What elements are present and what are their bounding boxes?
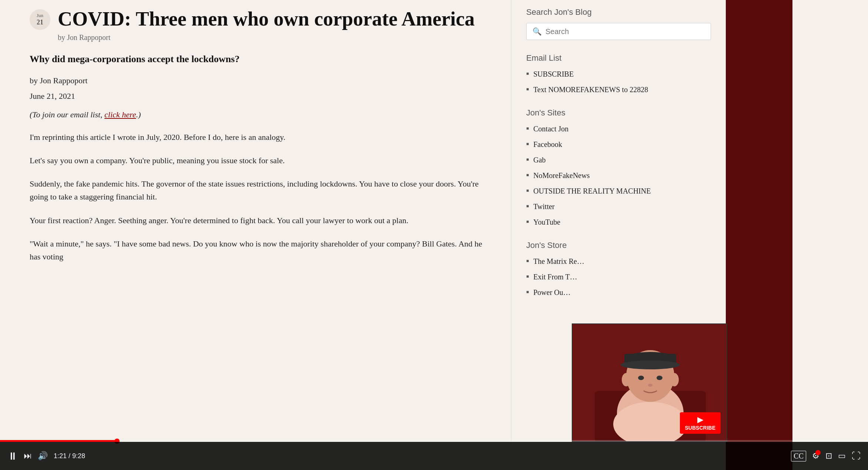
- exit-from-link[interactable]: Exit From T…: [533, 272, 577, 282]
- list-item: Gab: [526, 155, 711, 165]
- svg-point-9: [657, 376, 662, 380]
- email-list: SUBSCRIBE Text NOMOREFAKENEWS to 22828: [526, 69, 711, 95]
- list-item: YouTube: [526, 217, 711, 227]
- email-invite-post: .): [136, 110, 141, 119]
- dark-side-panel: [726, 0, 792, 470]
- jons-store-list: The Matrix Re… Exit From T… Power Ou…: [526, 256, 711, 298]
- miniplayer-button[interactable]: ⊡: [825, 451, 832, 461]
- webcam-overlay: ▶ SUBSCRIBE: [572, 323, 727, 442]
- email-list-link[interactable]: click here: [104, 110, 136, 119]
- total-time: 9:28: [72, 452, 85, 460]
- body-para-5: "Wait a minute," he says. "I have some b…: [30, 237, 489, 263]
- list-item: OUTSIDE THE REALITY MACHINE: [526, 186, 711, 196]
- date-badge: Jun 21: [30, 9, 50, 30]
- youtube-link[interactable]: YouTube: [533, 217, 560, 227]
- text-to-number: Text NOMOREFAKENEWS to 22828: [533, 84, 648, 95]
- play-pause-button[interactable]: ⏸: [7, 450, 18, 462]
- post-body: I'm reprinting this article I wrote in J…: [30, 131, 489, 263]
- search-section-title: Search Jon's Blog: [526, 7, 711, 17]
- gab-link[interactable]: Gab: [533, 155, 545, 165]
- twitter-link[interactable]: Twitter: [533, 201, 554, 212]
- post-header: Jun 21 COVID: Three men who own corporat…: [30, 7, 489, 42]
- svg-point-8: [638, 376, 644, 380]
- facebook-link[interactable]: Facebook: [533, 139, 562, 150]
- list-item: Facebook: [526, 139, 711, 150]
- svg-point-10: [648, 384, 652, 387]
- nomorefakenews-link[interactable]: NoMoreFakeNews: [533, 170, 590, 181]
- jons-sites-title: Jon's Sites: [526, 108, 711, 118]
- player-controls-right: CC ⚙ ⊡ ▭ ⛶: [791, 451, 861, 461]
- next-button[interactable]: ⏭: [24, 451, 32, 461]
- list-item: Contact Jon: [526, 124, 711, 134]
- svg-point-11: [622, 373, 631, 386]
- search-section: Search Jon's Blog 🔍: [526, 7, 711, 40]
- video-player-bar: ⏸ ⏭ 🔊 1:21 / 9:28 CC ⚙ ⊡ ▭ ⛶: [0, 442, 868, 470]
- search-box[interactable]: 🔍: [526, 23, 711, 40]
- list-item: Power Ou…: [526, 287, 711, 298]
- svg-point-7: [621, 360, 680, 369]
- theater-mode-button[interactable]: ▭: [838, 451, 846, 461]
- search-input[interactable]: [545, 27, 705, 36]
- date-day: 21: [37, 19, 43, 27]
- post-author: by Jon Rappoport: [30, 76, 489, 85]
- current-time: 1:21: [54, 452, 67, 460]
- list-item: The Matrix Re…: [526, 256, 711, 266]
- volume-button[interactable]: 🔊: [38, 451, 48, 461]
- list-item: Text NOMOREFAKENEWS to 22828: [526, 84, 711, 95]
- list-item: SUBSCRIBE: [526, 69, 711, 79]
- power-out-link[interactable]: Power Ou…: [533, 287, 571, 298]
- body-para-3: Suddenly, the fake pandemic hits. The go…: [30, 177, 489, 203]
- body-para-2: Let's say you own a company. You're publ…: [30, 154, 489, 167]
- jons-sites-section: Jon's Sites Contact Jon Facebook Gab NoM…: [526, 108, 711, 227]
- time-display: 1:21 / 9:28: [54, 452, 85, 460]
- matrix-re-link[interactable]: The Matrix Re…: [533, 256, 584, 266]
- notification-dot: [815, 450, 821, 455]
- email-list-section: Email List SUBSCRIBE Text NOMOREFAKENEWS…: [526, 53, 711, 95]
- jons-store-section: Jon's Store The Matrix Re… Exit From T… …: [526, 241, 711, 298]
- subscribe-link[interactable]: SUBSCRIBE: [533, 69, 574, 79]
- subscribe-button[interactable]: ▶ SUBSCRIBE: [680, 412, 721, 434]
- post-title-area: COVID: Three men who own corporate Ameri…: [58, 7, 475, 42]
- settings-button[interactable]: ⚙: [812, 451, 819, 461]
- main-content: Jun 21 COVID: Three men who own corporat…: [0, 0, 511, 470]
- body-para-4: Your first reaction? Anger. Seething ang…: [30, 214, 489, 227]
- email-invite-pre: (To join our email list,: [30, 110, 104, 119]
- post-subtitle: Why did mega-corporations accept the loc…: [30, 53, 489, 66]
- contact-jon-link[interactable]: Contact Jon: [533, 124, 568, 134]
- svg-point-12: [670, 373, 679, 386]
- subscribe-label: SUBSCRIBE: [685, 425, 715, 431]
- email-list-title: Email List: [526, 53, 711, 63]
- time-separator: /: [69, 452, 72, 460]
- body-para-1: I'm reprinting this article I wrote in J…: [30, 131, 489, 144]
- list-item: Exit From T…: [526, 272, 711, 282]
- list-item: Twitter: [526, 201, 711, 212]
- post-date: June 21, 2021: [30, 91, 489, 101]
- jons-store-title: Jon's Store: [526, 241, 711, 250]
- post-title: COVID: Three men who own corporate Ameri…: [58, 7, 475, 30]
- cc-button[interactable]: CC: [791, 451, 806, 461]
- date-month: Jun: [37, 13, 43, 19]
- post-byline: by Jon Rappoport: [58, 33, 110, 41]
- search-icon: 🔍: [533, 27, 542, 36]
- outside-reality-link[interactable]: OUTSIDE THE REALITY MACHINE: [533, 186, 651, 196]
- fullscreen-button[interactable]: ⛶: [852, 451, 861, 461]
- jons-sites-list: Contact Jon Facebook Gab NoMoreFakeNews …: [526, 124, 711, 227]
- post-email-invite: (To join our email list, click here.): [30, 110, 489, 120]
- list-item: NoMoreFakeNews: [526, 170, 711, 181]
- youtube-play-icon: ▶: [697, 415, 703, 424]
